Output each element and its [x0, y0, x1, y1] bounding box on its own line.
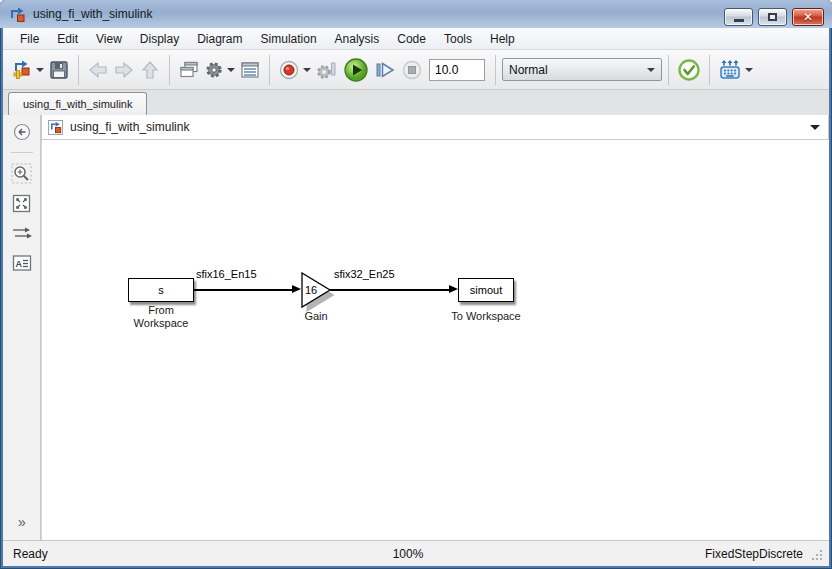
forward-arrow-icon	[113, 60, 135, 80]
build-dropdown-caret-icon[interactable]	[745, 68, 753, 72]
model-explorer-icon	[240, 60, 260, 80]
from-workspace-block[interactable]: s	[128, 278, 194, 302]
menu-view[interactable]: View	[87, 29, 131, 49]
breadcrumb-dropdown-caret-icon[interactable]	[810, 125, 820, 130]
menu-tools[interactable]: Tools	[435, 29, 481, 49]
breadcrumb: using_fi_with_simulink	[41, 115, 829, 140]
circle-back-arrow-icon	[13, 123, 31, 141]
status-solver[interactable]: FixedStepDiscrete	[423, 547, 829, 561]
new-model-dropdown-caret-icon[interactable]	[36, 68, 44, 72]
menu-simulation[interactable]: Simulation	[252, 29, 326, 49]
editor-area: A » using_fi_with_simulink	[3, 115, 829, 540]
simulink-model-icon	[48, 120, 64, 135]
build-model-button[interactable]	[716, 55, 755, 85]
to-workspace-block[interactable]: simout	[458, 278, 514, 302]
minimize-button[interactable]	[724, 8, 753, 26]
step-back-button[interactable]	[313, 55, 341, 85]
close-icon: ✕	[803, 11, 813, 23]
simulation-mode-value: Normal	[509, 63, 548, 77]
annotation-icon: A	[12, 254, 32, 272]
annotation-legend-button[interactable]: A	[9, 251, 35, 275]
run-button[interactable]	[341, 55, 371, 85]
left-palette: A »	[3, 115, 41, 540]
tab-bar: using_fi_with_simulink	[3, 90, 829, 115]
update-diagram-button[interactable]	[675, 55, 703, 85]
menu-code[interactable]: Code	[388, 29, 435, 49]
tab-model[interactable]: using_fi_with_simulink	[8, 92, 147, 115]
restore-icon	[768, 13, 777, 21]
menu-analysis[interactable]: Analysis	[326, 29, 389, 49]
back-button[interactable]	[85, 55, 111, 85]
menu-display[interactable]: Display	[131, 29, 188, 49]
record-icon	[278, 59, 300, 81]
gear-icon	[204, 60, 224, 80]
step-back-icon	[315, 59, 339, 81]
up-button[interactable]	[137, 55, 163, 85]
model-explorer-button[interactable]	[237, 55, 263, 85]
new-model-icon	[11, 60, 33, 80]
explorer-bar-toggle-button[interactable]	[9, 120, 35, 144]
zoom-selection-button[interactable]	[9, 161, 35, 185]
signal-label-2[interactable]: sfix32_En25	[334, 268, 395, 280]
stop-time-input[interactable]	[429, 59, 485, 81]
library-browser-icon	[179, 60, 199, 80]
mode-dropdown-caret-icon	[647, 68, 655, 72]
restore-button[interactable]	[758, 8, 787, 26]
status-zoom: 100%	[393, 547, 424, 561]
signal-label-1[interactable]: sfix16_En15	[196, 268, 257, 280]
tab-label: using_fi_with_simulink	[23, 98, 132, 110]
run-icon	[343, 57, 369, 83]
step-forward-button[interactable]	[371, 55, 399, 85]
record-button[interactable]	[276, 55, 313, 85]
record-dropdown-caret-icon[interactable]	[303, 68, 311, 72]
simulink-window: using_fi_with_simulink ✕ File Edit View …	[0, 0, 832, 569]
save-icon	[49, 60, 69, 80]
menubar: File Edit View Display Diagram Simulatio…	[3, 28, 829, 50]
signal-arrowhead-icon	[449, 285, 458, 293]
signal-arrowhead-icon	[292, 285, 301, 293]
diagram-canvas[interactable]: s From Workspace sfix16_En15 16 Gain	[41, 140, 829, 540]
menu-diagram[interactable]: Diagram	[188, 29, 251, 49]
back-arrow-icon	[87, 60, 109, 80]
save-button[interactable]	[46, 55, 72, 85]
gain-caption: Gain	[286, 310, 346, 323]
titlebar[interactable]: using_fi_with_simulink ✕	[0, 0, 832, 28]
menu-file[interactable]: File	[11, 29, 48, 49]
menu-edit[interactable]: Edit	[48, 29, 87, 49]
stop-icon	[401, 59, 423, 81]
status-state: Ready	[3, 547, 393, 561]
configuration-dropdown-caret-icon[interactable]	[227, 68, 235, 72]
breadcrumb-path[interactable]: using_fi_with_simulink	[70, 120, 189, 134]
fit-to-view-icon	[12, 194, 31, 213]
to-workspace-label: simout	[470, 284, 502, 296]
simulink-logo-icon	[9, 6, 26, 22]
zoom-magnifier-icon	[11, 163, 32, 184]
to-workspace-caption: To Workspace	[441, 310, 531, 323]
minimize-icon	[734, 19, 744, 22]
model-configuration-button[interactable]	[202, 55, 237, 85]
library-browser-button[interactable]	[176, 55, 202, 85]
gain-value: 16	[305, 284, 317, 296]
toolbar: Normal	[3, 50, 829, 90]
stop-button[interactable]	[399, 55, 425, 85]
step-forward-icon	[373, 59, 397, 81]
signal-line[interactable]	[330, 289, 451, 291]
from-workspace-label: s	[158, 284, 164, 296]
window-title: using_fi_with_simulink	[33, 7, 152, 21]
build-icon	[718, 59, 742, 81]
signal-arrows-button[interactable]	[9, 221, 35, 245]
palette-overflow-button[interactable]: »	[3, 514, 41, 530]
double-arrows-icon	[12, 225, 32, 241]
menu-help[interactable]: Help	[481, 29, 524, 49]
signal-line[interactable]	[194, 289, 294, 291]
green-check-icon	[677, 58, 701, 82]
statusbar: Ready 100% FixedStepDiscrete	[3, 540, 829, 566]
new-model-button[interactable]	[9, 55, 46, 85]
simulation-mode-select[interactable]: Normal	[502, 58, 662, 81]
from-workspace-caption: From Workspace	[126, 304, 196, 330]
up-arrow-icon	[140, 60, 160, 80]
fit-to-view-button[interactable]	[9, 191, 35, 215]
resize-grip[interactable]	[811, 549, 823, 561]
close-button[interactable]: ✕	[792, 8, 824, 26]
forward-button[interactable]	[111, 55, 137, 85]
